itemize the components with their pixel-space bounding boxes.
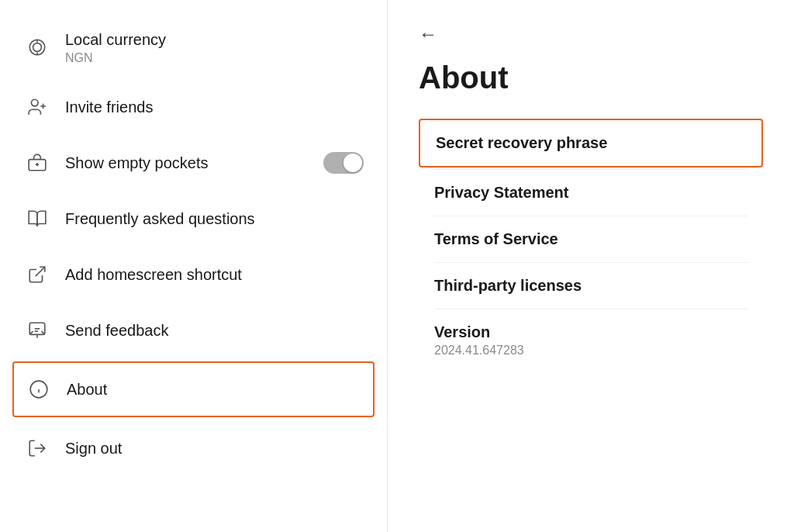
about-item-secret-recovery-phrase[interactable]: Secret recovery phrase [419,119,763,168]
about-item-label: Privacy Statement [434,184,747,202]
right-panel: ← About Secret recovery phrase Privacy S… [388,0,794,532]
menu-item-title: Sign out [65,438,364,458]
about-item-label: Secret recovery phrase [436,134,746,152]
menu-item-title: Add homescreen shortcut [65,264,364,285]
bag-icon [23,149,51,177]
add-user-icon [23,93,51,121]
toggle-knob [343,154,362,172]
svg-point-1 [33,43,42,52]
about-item-third-party-licenses[interactable]: Third-party licenses [419,263,763,309]
currency-icon [23,33,51,61]
menu-item-title: Send feedback [65,320,364,340]
shortcut-icon [23,261,51,288]
book-icon [23,205,51,233]
menu-item-title: Local currency [65,29,364,50]
menu-item-title: About [67,379,362,399]
about-icon [25,375,53,403]
about-item-version-number: 2024.41.647283 [434,344,747,358]
menu-item-homescreen-shortcut[interactable]: Add homescreen shortcut [0,247,387,302]
signout-icon [23,434,51,462]
menu-item-title: Frequently asked questions [65,209,364,229]
about-item-label: Third-party licenses [434,277,747,295]
menu-item-send-feedback[interactable]: Send feedback [0,302,387,358]
about-item-terms-of-service[interactable]: Terms of Service [419,216,763,262]
menu-item-subtitle: NGN [65,51,364,65]
menu-item-title: Show empty pockets [65,153,323,173]
about-panel-title: About [419,60,763,95]
menu-item-show-empty-pockets[interactable]: Show empty pockets [0,135,387,191]
show-empty-pockets-toggle[interactable] [323,152,364,174]
menu-item-sign-out[interactable]: Sign out [0,420,387,476]
menu-item-title: Invite friends [65,97,364,117]
menu-item-local-currency[interactable]: Local currency NGN [0,16,387,79]
back-button[interactable]: ← [419,23,437,45]
svg-point-4 [31,99,38,106]
about-item-label: Version [434,323,747,341]
about-item-version: Version 2024.41.647283 [419,309,763,371]
about-item-label: Terms of Service [434,230,747,248]
menu-item-about[interactable]: About [12,361,375,417]
menu-item-faq[interactable]: Frequently asked questions [0,191,387,247]
left-panel: Local currency NGN Invite friends [0,0,388,532]
feedback-icon [23,316,51,344]
about-item-privacy-statement[interactable]: Privacy Statement [419,170,763,216]
menu-item-invite-friends[interactable]: Invite friends [0,79,387,135]
